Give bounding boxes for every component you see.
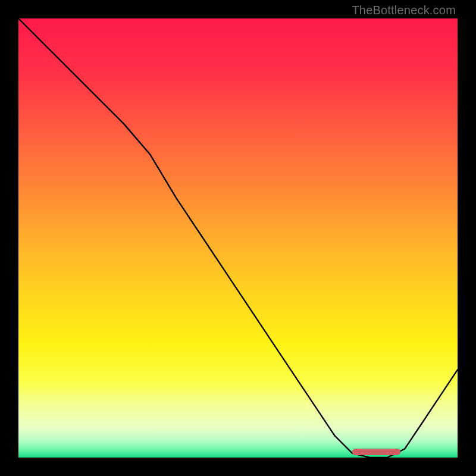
chart-frame xyxy=(18,18,458,458)
watermark-text: TheBottleneck.com xyxy=(352,4,456,17)
optimal-range-marker xyxy=(352,449,400,455)
bottleneck-chart xyxy=(18,18,458,458)
